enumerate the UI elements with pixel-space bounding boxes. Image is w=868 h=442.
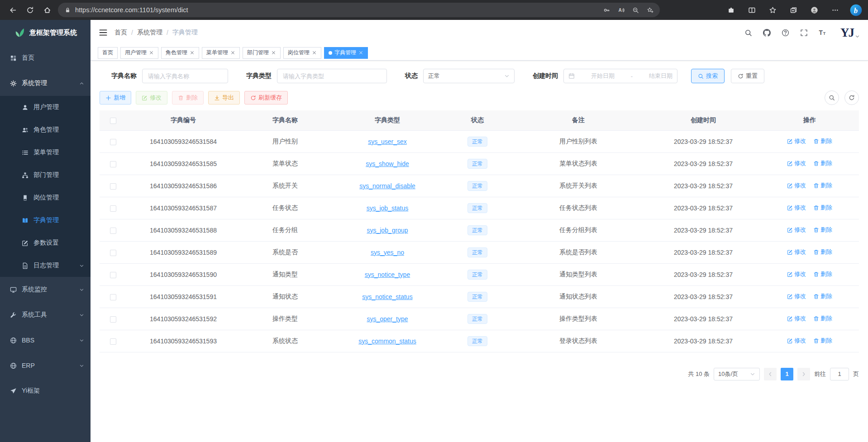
github-button[interactable]: [759, 25, 774, 40]
dict-type-link[interactable]: sys_user_sex: [368, 138, 407, 145]
row-checkbox[interactable]: [110, 250, 116, 256]
sidebar-item-erp[interactable]: ERP: [0, 353, 91, 378]
row-delete-button[interactable]: 删除: [813, 248, 832, 256]
split-screen-button[interactable]: [744, 2, 759, 18]
app-logo[interactable]: 意框架管理系统: [0, 20, 91, 45]
tab-close-icon[interactable]: [358, 50, 363, 55]
settings-more-button[interactable]: [827, 2, 843, 18]
prev-page-button[interactable]: [764, 368, 777, 380]
row-edit-button[interactable]: 修改: [787, 159, 806, 167]
add-button[interactable]: 新增: [100, 91, 131, 105]
bing-chat-button[interactable]: b: [848, 2, 863, 18]
sidebar-item-log-management[interactable]: 日志管理: [0, 254, 91, 277]
tab-close-icon[interactable]: [149, 50, 154, 55]
reload-button[interactable]: [22, 2, 38, 18]
password-button[interactable]: [599, 4, 614, 16]
tab-close-icon[interactable]: [312, 50, 317, 55]
url-text[interactable]: https://ccnetcore.com:1101/system/dict: [75, 6, 595, 14]
tab-dept-management[interactable]: 部门管理: [243, 47, 281, 59]
row-checkbox[interactable]: [110, 161, 116, 167]
tab-close-icon[interactable]: [271, 50, 276, 55]
tab-user-management[interactable]: 用户管理: [120, 47, 158, 59]
sidebar-item-user-management[interactable]: 用户管理: [0, 96, 91, 119]
sidebar-item-param-settings[interactable]: 参数设置: [0, 232, 91, 254]
help-button[interactable]: [777, 25, 793, 40]
dict-type-input[interactable]: [277, 69, 387, 83]
row-delete-button[interactable]: 删除: [813, 137, 832, 145]
export-button[interactable]: 导出: [208, 91, 240, 105]
favorites-button[interactable]: [765, 2, 780, 18]
sidebar-item-dept-management[interactable]: 部门管理: [0, 164, 91, 186]
breadcrumb-item-home[interactable]: 首页: [114, 29, 127, 37]
dict-type-link[interactable]: sys_normal_disable: [359, 182, 415, 190]
dict-name-input[interactable]: [142, 69, 228, 83]
dict-type-link[interactable]: sys_notice_status: [362, 293, 412, 300]
sidebar-item-home[interactable]: 首页: [0, 45, 91, 71]
page-size-select[interactable]: 10条/页: [714, 368, 760, 380]
select-all-checkbox[interactable]: [110, 118, 116, 124]
row-edit-button[interactable]: 修改: [787, 337, 806, 345]
row-delete-button[interactable]: 删除: [813, 314, 832, 323]
refresh-table-button[interactable]: [844, 90, 859, 105]
tab-dict-management[interactable]: 字典管理: [324, 47, 368, 59]
back-button[interactable]: [5, 2, 21, 18]
row-checkbox[interactable]: [110, 338, 116, 345]
row-edit-button[interactable]: 修改: [787, 204, 806, 212]
sidebar-item-dict-management[interactable]: 字典管理: [0, 209, 91, 232]
row-delete-button[interactable]: 删除: [813, 204, 832, 212]
row-checkbox[interactable]: [110, 316, 116, 323]
tab-menu-management[interactable]: 菜单管理: [202, 47, 240, 59]
dict-type-link[interactable]: sys_yes_no: [371, 249, 404, 256]
collections-button[interactable]: [786, 2, 801, 18]
sidebar-toggle-button[interactable]: [99, 28, 108, 37]
sidebar-item-menu-management[interactable]: 菜单管理: [0, 141, 91, 164]
dict-type-link[interactable]: sys_show_hide: [366, 160, 409, 167]
status-select[interactable]: 正常: [423, 69, 515, 83]
extensions-button[interactable]: [723, 2, 739, 18]
next-page-button[interactable]: [797, 368, 810, 380]
row-edit-button[interactable]: 修改: [787, 137, 806, 145]
sidebar-item-post-management[interactable]: 岗位管理: [0, 186, 91, 209]
row-edit-button[interactable]: 修改: [787, 181, 806, 190]
dict-type-link[interactable]: sys_oper_type: [367, 315, 408, 323]
reset-button[interactable]: 重置: [731, 69, 764, 83]
row-edit-button[interactable]: 修改: [787, 270, 806, 278]
corner-logo[interactable]: YJ: [840, 26, 860, 39]
row-edit-button[interactable]: 修改: [787, 226, 806, 234]
delete-button[interactable]: 删除: [172, 91, 204, 105]
row-edit-button[interactable]: 修改: [787, 314, 806, 323]
search-button[interactable]: 搜索: [691, 69, 725, 83]
row-delete-button[interactable]: 删除: [813, 292, 832, 300]
edit-button[interactable]: 修改: [136, 91, 167, 105]
row-checkbox[interactable]: [110, 294, 116, 300]
row-edit-button[interactable]: 修改: [787, 292, 806, 300]
fullscreen-button[interactable]: [796, 25, 811, 40]
row-delete-button[interactable]: 删除: [813, 159, 832, 167]
profile-button[interactable]: [806, 2, 822, 18]
breadcrumb-item-system[interactable]: 系统管理: [137, 29, 162, 37]
row-checkbox[interactable]: [110, 183, 116, 190]
page-1-button[interactable]: 1: [781, 368, 793, 380]
sidebar-item-system-monitor[interactable]: 系统监控: [0, 277, 91, 302]
read-aloud-button[interactable]: A: [614, 4, 628, 16]
dict-type-link[interactable]: sys_job_group: [367, 227, 408, 234]
row-delete-button[interactable]: 删除: [813, 226, 832, 234]
sidebar-item-system-tools[interactable]: 系统工具: [0, 302, 91, 328]
tab-role-management[interactable]: 角色管理: [161, 47, 199, 59]
row-checkbox[interactable]: [110, 205, 116, 212]
goto-page-input[interactable]: [830, 368, 849, 380]
sidebar-item-yi-framework[interactable]: Yi框架: [0, 378, 91, 404]
row-delete-button[interactable]: 删除: [813, 337, 832, 345]
tab-close-icon[interactable]: [230, 50, 235, 55]
sidebar-item-system-management[interactable]: 系统管理: [0, 71, 91, 96]
home-button[interactable]: [39, 2, 55, 18]
row-delete-button[interactable]: 删除: [813, 270, 832, 278]
dict-type-link[interactable]: sys_common_status: [358, 337, 416, 345]
add-favorite-button[interactable]: [643, 4, 657, 16]
tab-close-icon[interactable]: [190, 50, 195, 55]
font-size-button[interactable]: TT: [815, 25, 830, 40]
row-checkbox[interactable]: [110, 272, 116, 278]
tab-post-management[interactable]: 岗位管理: [283, 47, 321, 59]
sidebar-item-bbs[interactable]: BBS: [0, 328, 91, 353]
row-edit-button[interactable]: 修改: [787, 248, 806, 256]
